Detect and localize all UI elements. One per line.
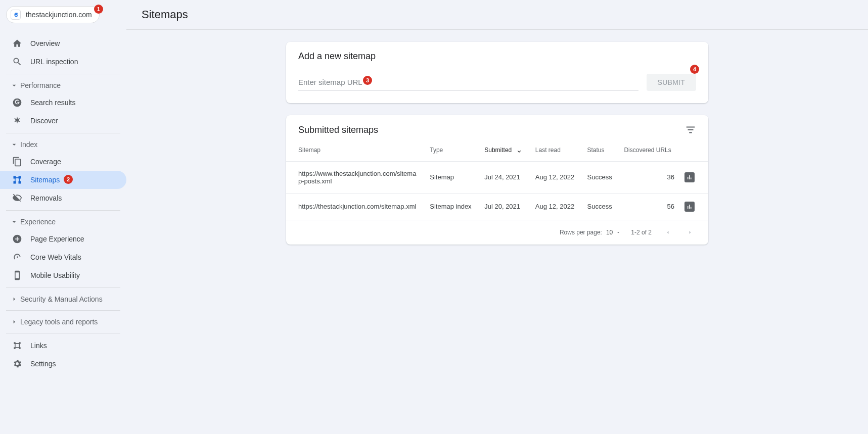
chevron-down-icon	[616, 230, 621, 235]
annotation-4: 4	[690, 65, 699, 74]
cell-status: Success	[582, 193, 619, 220]
nav-removals-label: Removals	[30, 194, 62, 202]
col-last-read[interactable]: Last read	[530, 139, 582, 161]
nav-core-web-vitals-label: Core Web Vitals	[30, 253, 81, 261]
nav-search-results[interactable]: Search results	[0, 93, 126, 112]
links-icon	[12, 341, 22, 351]
pagination: Rows per page: 10 1-2 of 2	[286, 220, 708, 245]
annotation-1: 1	[94, 5, 103, 14]
nav-section-security[interactable]: Security & Manual Actions	[6, 291, 120, 307]
col-status[interactable]: Status	[582, 139, 619, 161]
submitted-sitemaps-card: Submitted sitemaps Sitemap Type Submitte…	[286, 115, 708, 245]
visibility-off-icon	[12, 193, 22, 203]
add-sitemap-card: Add a new sitemap 3 SUBMIT 4	[286, 42, 708, 103]
nav-section-experience-label: Experience	[20, 218, 56, 226]
page-range: 1-2 of 2	[631, 229, 652, 236]
filter-icon[interactable]	[685, 124, 696, 135]
nav-sitemaps[interactable]: Sitemaps 2	[0, 171, 126, 189]
search-icon	[12, 57, 22, 67]
nav-mobile-usability-label: Mobile Usability	[30, 271, 80, 279]
cell-submitted: Jul 24, 2021	[479, 161, 530, 193]
col-discovered[interactable]: Discovered URLs	[619, 139, 679, 161]
nav-settings-label: Settings	[30, 360, 56, 368]
page-size-select[interactable]: 10	[606, 229, 621, 236]
col-submitted[interactable]: Submitted	[479, 139, 530, 161]
cell-status: Success	[582, 161, 619, 193]
nav-discover[interactable]: Discover	[0, 112, 126, 130]
next-page-button[interactable]	[684, 226, 696, 238]
cell-last-read: Aug 12, 2022	[530, 193, 582, 220]
nav-page-experience-label: Page Experience	[30, 235, 84, 243]
nav-discover-label: Discover	[30, 117, 58, 125]
cell-url: https://thestackjunction.com/sitemap.xml	[286, 193, 425, 220]
nav-settings[interactable]: Settings	[0, 355, 126, 373]
sitemap-icon	[12, 175, 22, 185]
property-selector[interactable]: 𝕾 thestackjunction.com 1	[6, 6, 100, 23]
page-title: Sitemaps	[142, 8, 853, 21]
nav-search-results-label: Search results	[30, 99, 75, 107]
row-chart-icon[interactable]	[684, 172, 695, 182]
nav-section-index-label: Index	[20, 140, 37, 149]
submit-button[interactable]: SUBMIT	[647, 74, 696, 91]
rows-per-page-label: Rows per page:	[560, 229, 602, 236]
cell-type: Sitemap index	[425, 193, 479, 220]
arrow-down-icon	[516, 147, 523, 154]
chevron-down-icon	[10, 140, 18, 149]
nav-page-experience[interactable]: Page Experience	[0, 230, 126, 248]
page-header: Sitemaps	[126, 0, 868, 30]
sitemap-url-input[interactable]	[298, 74, 638, 91]
nav-links-label: Links	[30, 342, 47, 350]
prev-page-button[interactable]	[662, 226, 674, 238]
copy-icon	[12, 157, 22, 167]
google-icon	[12, 98, 22, 108]
page-size-value: 10	[606, 229, 613, 236]
nav-section-legacy[interactable]: Legacy tools and reports	[6, 314, 120, 330]
nav-section-performance[interactable]: Performance	[6, 77, 120, 93]
chevron-right-icon	[10, 318, 18, 326]
phone-icon	[12, 270, 22, 280]
nav-removals[interactable]: Removals	[0, 189, 126, 207]
nav-section-legacy-label: Legacy tools and reports	[20, 318, 98, 326]
cell-discovered: 36	[619, 161, 679, 193]
nav-coverage[interactable]: Coverage	[0, 153, 126, 171]
cell-discovered: 56	[619, 193, 679, 220]
home-icon	[12, 38, 22, 49]
chevron-right-icon	[10, 295, 18, 303]
annotation-3: 3	[363, 76, 372, 85]
sitemaps-table: Sitemap Type Submitted Last read Status …	[286, 139, 708, 220]
nav-section-security-label: Security & Manual Actions	[20, 295, 103, 303]
nav-overview-label: Overview	[30, 39, 60, 47]
table-row[interactable]: https://thestackjunction.com/sitemap.xml…	[286, 193, 708, 220]
submitted-sitemaps-title: Submitted sitemaps	[298, 125, 378, 135]
cell-type: Sitemap	[425, 161, 479, 193]
col-sitemap[interactable]: Sitemap	[286, 139, 425, 161]
nav-links[interactable]: Links	[0, 336, 126, 355]
col-submitted-label: Submitted	[484, 147, 512, 154]
nav-mobile-usability[interactable]: Mobile Usability	[0, 266, 126, 284]
chevron-down-icon	[10, 218, 18, 226]
cell-last-read: Aug 12, 2022	[530, 161, 582, 193]
plus-circle-icon	[12, 234, 22, 244]
gear-icon	[12, 359, 22, 369]
sidebar: 𝕾 thestackjunction.com 1 Overview URL in…	[0, 0, 126, 434]
annotation-2: 2	[64, 175, 73, 184]
nav-core-web-vitals[interactable]: Core Web Vitals	[0, 248, 126, 266]
nav-sitemaps-label: Sitemaps	[30, 176, 60, 184]
table-row[interactable]: https://www.thestackjunction.com/sitemap…	[286, 161, 708, 193]
nav-coverage-label: Coverage	[30, 158, 61, 166]
cell-url: https://www.thestackjunction.com/sitemap…	[286, 161, 425, 193]
cell-submitted: Jul 20, 2021	[479, 193, 530, 220]
nav-url-inspection[interactable]: URL inspection	[0, 53, 126, 71]
main: Sitemaps Add a new sitemap 3 SUBMIT 4	[126, 0, 868, 434]
add-sitemap-title: Add a new sitemap	[298, 51, 376, 62]
nav-url-inspection-label: URL inspection	[30, 58, 78, 66]
nav-section-index[interactable]: Index	[6, 136, 120, 153]
nav-section-performance-label: Performance	[20, 81, 61, 89]
nav-section-experience[interactable]: Experience	[6, 214, 120, 230]
row-chart-icon[interactable]	[684, 202, 695, 212]
property-domain: thestackjunction.com	[26, 11, 92, 19]
col-type[interactable]: Type	[425, 139, 479, 161]
asterisk-icon	[12, 116, 22, 126]
nav-overview[interactable]: Overview	[0, 34, 126, 53]
site-favicon: 𝕾	[11, 10, 21, 20]
